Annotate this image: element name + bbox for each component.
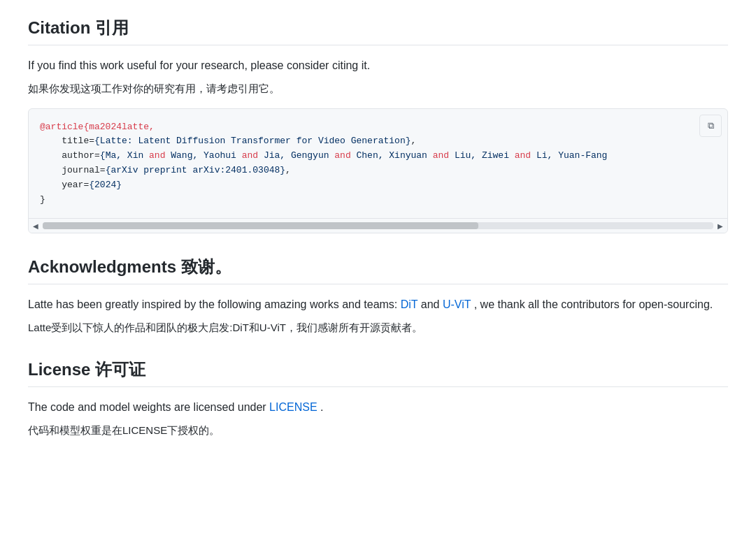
- code-line6: }: [40, 194, 45, 205]
- code-content: @article{ma2024latte, title={Latte: Late…: [40, 120, 716, 208]
- scroll-right-arrow[interactable]: ▶: [713, 220, 727, 231]
- license-link[interactable]: LICENSE: [269, 401, 317, 413]
- code-line1: @article{ma2024latte,: [40, 122, 155, 132]
- acknowledgments-text-zh: Latte受到以下惊人的作品和团队的极大启发:DiT和U-ViT，我们感谢所有开…: [28, 319, 728, 336]
- scroll-left-arrow[interactable]: ◀: [29, 220, 43, 231]
- license-text-en: The code and model weights are licensed …: [28, 398, 728, 417]
- code-line5: year={2024}: [40, 180, 122, 190]
- scrollbar-thumb[interactable]: [43, 222, 478, 229]
- acknowledgments-text-en: Latte has been greatly inspired by the f…: [28, 296, 728, 314]
- license-title-en: License: [28, 360, 90, 379]
- license-body: The code and model weights are licensed …: [28, 398, 728, 439]
- code-scroll-container[interactable]: @article{ma2024latte, title={Latte: Late…: [29, 109, 727, 219]
- citation-code-block: ⧉ @article{ma2024latte, title={Latte: La…: [28, 108, 728, 234]
- code-line3: author={Ma, Xin and Wang, Yaohui and Jia…: [40, 150, 607, 161]
- license-title-zh: 许可证: [95, 360, 145, 379]
- citation-intro-zh: 如果你发现这项工作对你的研究有用，请考虑引用它。: [28, 80, 728, 97]
- acknowledgments-title: Acknowledgments 致谢。: [28, 256, 728, 284]
- copy-button[interactable]: ⧉: [699, 115, 722, 137]
- citation-title: Citation 引用: [28, 17, 728, 45]
- license-text-zh: 代码和模型权重是在LICENSE下授权的。: [28, 422, 728, 439]
- scrollbar-track[interactable]: [43, 222, 713, 229]
- acknowledgments-body: Latte has been greatly inspired by the f…: [28, 296, 728, 336]
- citation-title-zh: 引用: [95, 18, 129, 37]
- acknowledgments-text-after: , we thank all the contributors for open…: [474, 298, 713, 310]
- scroll-right-icon: ▶: [718, 222, 723, 230]
- license-section: License 许可证 The code and model weights a…: [28, 358, 728, 439]
- acknowledgments-title-en: Acknowledgments: [28, 257, 176, 276]
- acknowledgments-text-before: Latte has been greatly inspired by the f…: [28, 298, 397, 310]
- citation-body: If you find this work useful for your re…: [28, 57, 728, 233]
- copy-icon: ⧉: [708, 120, 714, 131]
- citation-title-en: Citation: [28, 18, 90, 37]
- license-text-before: The code and model weights are licensed …: [28, 401, 266, 413]
- citation-intro-en: If you find this work useful for your re…: [28, 57, 728, 75]
- license-title: License 许可证: [28, 358, 728, 387]
- citation-section: Citation 引用 If you find this work useful…: [28, 17, 728, 233]
- uvit-link[interactable]: U-ViT: [443, 298, 471, 310]
- acknowledgments-text-and: and: [421, 298, 440, 310]
- dit-link[interactable]: DiT: [401, 298, 418, 310]
- acknowledgments-section: Acknowledgments 致谢。 Latte has been great…: [28, 256, 728, 336]
- code-line2: title={Latte: Latent Diffusion Transform…: [40, 136, 416, 146]
- acknowledgments-title-zh: 致谢。: [181, 257, 231, 276]
- license-text-after: .: [320, 401, 323, 413]
- horizontal-scrollbar[interactable]: ◀ ▶: [29, 218, 727, 233]
- code-line4: journal={arXiv preprint arXiv:2401.03048…: [40, 165, 291, 175]
- scroll-left-icon: ◀: [33, 222, 38, 230]
